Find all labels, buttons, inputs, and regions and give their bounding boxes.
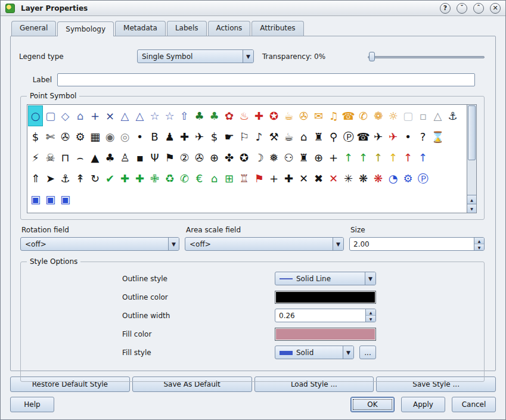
scrollbar-thumb[interactable] [468, 105, 476, 160]
context-help-button[interactable]: ? [440, 3, 451, 14]
symbol-cell[interactable]: ✿ [222, 105, 237, 126]
symbol-cell[interactable]: ↑ [371, 147, 386, 168]
symbol-cell[interactable]: Ψ [147, 147, 162, 168]
symbol-cell[interactable]: ? [415, 126, 430, 147]
spin-down-icon[interactable]: ▼ [366, 316, 375, 322]
symbol-cell[interactable]: ⚑ [162, 147, 177, 168]
symbol-cell[interactable]: + [88, 105, 103, 126]
symbol-cell[interactable]: ☆ [147, 105, 162, 126]
symbol-cell[interactable]: ☎ [356, 126, 371, 147]
symbol-cell[interactable]: • [401, 126, 415, 147]
symbol-cell[interactable]: ⚑ [252, 168, 266, 189]
symbol-cell[interactable]: ✕ [296, 168, 311, 189]
spin-up-icon[interactable]: ▲ [474, 238, 484, 244]
symbol-cell[interactable]: € [192, 168, 207, 189]
symbol-cell[interactable]: × [103, 105, 117, 126]
symbol-cell[interactable]: ✈ [192, 126, 207, 147]
scroll-up-icon[interactable]: ▲ [467, 195, 476, 204]
symbol-cell[interactable]: ⇧ [177, 105, 192, 126]
symbol-cell[interactable]: ↑ [386, 147, 401, 168]
chevron-down-icon[interactable]: ▼ [168, 238, 179, 250]
symbol-cell[interactable]: ♻ [162, 168, 177, 189]
symbol-cell[interactable]: ⚐ [237, 126, 252, 147]
symbol-cell[interactable]: ⊞ [222, 168, 237, 189]
symbol-cell[interactable]: ☛ [222, 126, 237, 147]
symbol-cell[interactable]: ✄ [43, 126, 58, 147]
symbol-scrollbar[interactable]: ▲ ▼ [467, 105, 476, 213]
symbol-cell[interactable]: ✳ [341, 168, 356, 189]
apply-button[interactable]: Apply [401, 397, 445, 412]
outline-style-combo[interactable]: Solid Line ▼ [275, 272, 376, 285]
symbol-cell[interactable]: ✉ [311, 105, 326, 126]
symbol-cell[interactable]: + [266, 168, 281, 189]
symbol-cell[interactable]: ⊕ [311, 147, 326, 168]
symbol-cell[interactable]: ⚓ [58, 168, 73, 189]
symbol-cell[interactable]: ✚ [117, 168, 132, 189]
symbol-cell[interactable]: ◇ [58, 105, 73, 126]
symbol-cell[interactable]: △ [430, 105, 445, 126]
symbol-cell[interactable]: ✙ [147, 168, 162, 189]
outline-width-spinbox[interactable]: 0.26 ▲ ▼ [275, 309, 376, 322]
scroll-down-icon[interactable]: ▼ [467, 204, 476, 213]
symbol-cell[interactable]: ♣ [103, 147, 117, 168]
shade-up-button[interactable]: ˆ [473, 3, 484, 14]
tab-attributes[interactable]: Attributes [252, 21, 303, 36]
legend-type-combo[interactable]: Single Symbol ▼ [137, 49, 254, 63]
symbol-cell[interactable]: △ [132, 105, 147, 126]
area-scale-field-combo[interactable]: <off> ▼ [185, 237, 344, 251]
symbol-cell[interactable]: ▢ [401, 105, 415, 126]
close-button[interactable]: ✕ [490, 3, 501, 14]
symbol-cell[interactable]: ▫ [415, 105, 430, 126]
cancel-button[interactable]: Cancel [452, 397, 496, 412]
symbol-cell[interactable]: ▢ [43, 105, 58, 126]
symbol-cell[interactable]: ❋ [356, 168, 371, 189]
symbol-cell[interactable]: ⌢ [73, 147, 88, 168]
symbol-cell[interactable]: ✚ [252, 105, 266, 126]
chevron-down-icon[interactable]: ▼ [365, 272, 375, 285]
symbol-cell[interactable]: ✆ [356, 105, 371, 126]
outline-color-swatch[interactable] [275, 291, 376, 304]
symbol-cell[interactable]: ⌂ [73, 105, 88, 126]
symbol-cell[interactable]: ✪ [266, 105, 281, 126]
chevron-down-icon[interactable]: ▼ [243, 50, 253, 63]
symbol-cell[interactable]: ♜ [296, 147, 311, 168]
symbol-cell[interactable]: ☕ [281, 126, 296, 147]
symbol-cell[interactable]: ⚓ [445, 105, 460, 126]
tab-general[interactable]: General [11, 21, 56, 36]
symbol-cell[interactable]: $ [28, 126, 43, 147]
symbol-cell[interactable]: Ⓟ [415, 168, 430, 189]
symbol-cell[interactable]: ♣ [207, 105, 222, 126]
symbol-cell[interactable]: ✈ [386, 126, 401, 147]
symbol-cell[interactable]: ⊓ [58, 147, 73, 168]
symbol-cell[interactable]: ✇ [58, 126, 73, 147]
tab-symbology[interactable]: Symbology [57, 21, 114, 36]
symbol-cell[interactable]: ⚙ [73, 126, 88, 147]
symbol-cell[interactable]: Ⓟ [341, 126, 356, 147]
shade-down-button[interactable]: ˇ [457, 3, 467, 14]
symbol-cell[interactable]: ☆ [162, 105, 177, 126]
label-input[interactable] [57, 73, 475, 86]
symbol-cell[interactable]: ▣ [58, 189, 73, 210]
symbol-cell[interactable]: ↑ [401, 147, 415, 168]
symbol-cell[interactable]: ✇ [192, 147, 207, 168]
symbol-cell[interactable]: ♜ [311, 126, 326, 147]
symbol-cell[interactable]: ❁ [371, 105, 386, 126]
spin-down-icon[interactable]: ▼ [474, 244, 484, 250]
symbol-cell[interactable]: △ [117, 105, 132, 126]
symbol-cell[interactable]: ⌂ [207, 168, 222, 189]
symbol-cell[interactable]: ☽ [252, 147, 266, 168]
symbol-cell[interactable]: ↻ [88, 168, 103, 189]
symbol-cell[interactable]: ◉ [103, 126, 117, 147]
symbol-cell[interactable]: ♨ [237, 105, 252, 126]
chevron-down-icon[interactable]: ▼ [343, 346, 353, 359]
symbol-cell[interactable]: ○ [28, 105, 43, 126]
symbol-cell[interactable]: ✖ [311, 168, 326, 189]
tab-actions[interactable]: Actions [208, 21, 251, 36]
symbol-cell[interactable]: ◔ [386, 168, 401, 189]
symbol-cell[interactable]: ✚ [281, 168, 296, 189]
tab-metadata[interactable]: Metadata [115, 21, 166, 36]
symbol-cell[interactable]: ❅ [266, 147, 281, 168]
fill-style-combo[interactable]: Solid ▼ [275, 346, 354, 359]
symbol-cell[interactable]: ↑ [356, 147, 371, 168]
symbol-cell[interactable]: ☠ [43, 147, 58, 168]
